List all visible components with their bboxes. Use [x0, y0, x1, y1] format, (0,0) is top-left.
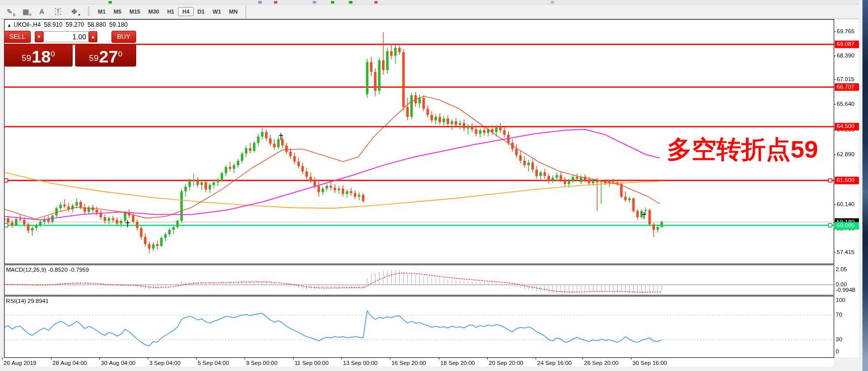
sell-price-pips: 18 — [32, 48, 51, 65]
fibonacci-tool[interactable]: ▦F — [19, 6, 32, 17]
high-value: 59.270 — [66, 21, 84, 28]
clipped-upper-toolbar — [0, 0, 859, 5]
macd-indicator-label: MACD(12,26,9) -0.8520 -0.7959 — [6, 267, 89, 273]
timeframe-button-m5[interactable]: M5 — [109, 7, 125, 16]
timeframe-button-h1[interactable]: H1 — [163, 7, 178, 16]
sell-price-whole: 59 — [22, 53, 31, 64]
chinese-annotation-text: 多空转折点59 — [647, 133, 818, 166]
symbol-arrow-icon: ▲ — [7, 23, 12, 28]
timeframe-button-h4[interactable]: H4 — [178, 7, 193, 16]
timeframe-button-mn[interactable]: MN — [225, 7, 242, 16]
elliott-wave-tool-icon: ✎ — [7, 8, 13, 16]
volume-input[interactable] — [43, 31, 89, 42]
timeframe-button-m15[interactable]: M15 — [126, 7, 144, 16]
desktop-edge-strip — [862, 0, 868, 371]
buy-price-whole: 59 — [89, 53, 98, 64]
buy-price-fraction: 0 — [118, 49, 122, 58]
icon-sub-glyph: E — [13, 13, 16, 17]
sell-price-display[interactable]: 59180 — [4, 44, 73, 67]
arrows-tool[interactable]: ✥▾ — [68, 6, 81, 17]
buy-button[interactable]: BUY — [111, 31, 136, 43]
low-value: 58.880 — [87, 21, 106, 28]
chart-ohlc-header: ▲UKOil-,H4 58.910 59.270 58.880 59.180 — [7, 21, 129, 28]
timeframe-button-m30[interactable]: M30 — [144, 7, 163, 16]
elliott-wave-tool[interactable]: ✎E — [3, 6, 16, 17]
icon-sub-glyph: F — [29, 13, 32, 17]
buy-price-pips: 27 — [99, 48, 118, 65]
timeframe-button-m1[interactable]: M1 — [94, 7, 109, 16]
one-click-trading-panel: SELL ▼ ▲ BUY 59180 59270 — [4, 30, 136, 67]
chart-toolbar: ✎E▦FAT✥▾ M1M5M15M30H1H4D1W1MN — [0, 5, 859, 19]
timeframe-button-w1[interactable]: W1 — [209, 7, 225, 16]
volume-increase-button[interactable]: ▲ — [89, 31, 97, 42]
sell-button[interactable]: SELL — [4, 31, 31, 43]
text-label-tool[interactable]: A — [35, 6, 48, 17]
sell-price-fraction: 0 — [51, 49, 55, 58]
icon-sub-glyph: ▾ — [78, 13, 80, 17]
text-label-tool-icon: A — [39, 8, 44, 16]
text-box-tool-icon: T — [55, 8, 62, 15]
rsi-indicator-label: RSI(14) 29.8941 — [6, 298, 48, 304]
close-value: 59.180 — [109, 21, 128, 28]
mt4-window: { "toolbar": { "tools": [ {"name": "elli… — [0, 0, 868, 371]
toolbar-separator — [88, 7, 90, 17]
timeframe-button-d1[interactable]: D1 — [194, 7, 209, 16]
text-box-tool[interactable]: T — [51, 6, 65, 17]
symbol-timeframe: UKOil-,H4 — [14, 21, 41, 28]
arrows-tool-icon: ✥ — [71, 8, 77, 16]
open-value: 58.910 — [44, 21, 63, 28]
fibonacci-tool-icon: ▦ — [22, 8, 29, 16]
toolbar-separator — [246, 6, 246, 18]
volume-decrease-button[interactable]: ▼ — [35, 31, 43, 42]
buy-price-display[interactable]: 59270 — [75, 44, 136, 67]
